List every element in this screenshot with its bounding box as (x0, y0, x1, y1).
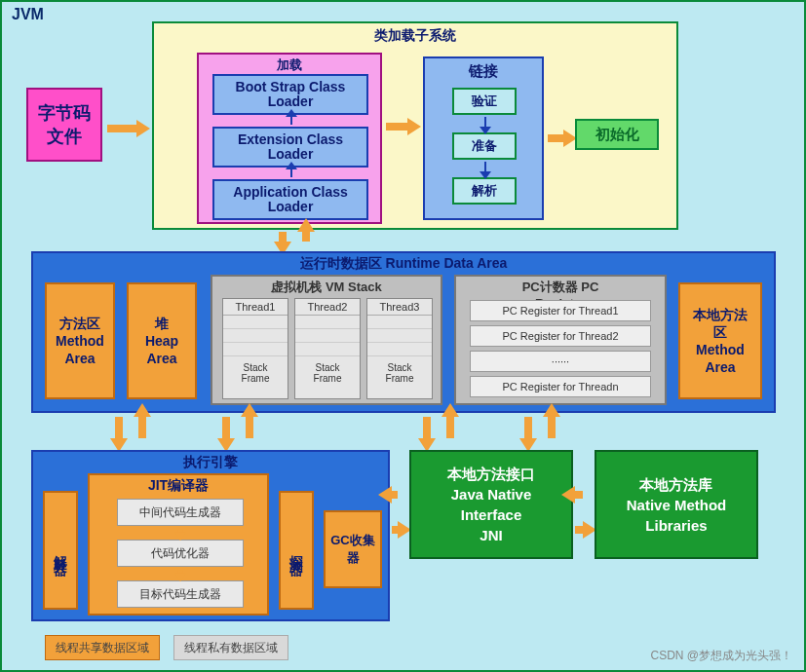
jit-step-2: 代码优化器 (117, 540, 244, 567)
native-method-libraries-label: 本地方法库 Native Method Libraries (627, 474, 727, 536)
execution-engine-title: 执行引擎 (183, 454, 238, 471)
execution-engine: 执行引擎 解释器 JIT编译器 中间代码生成器 代码优化器 目标代码生成器 探测… (31, 450, 390, 621)
bytecode-file-label: 字节码 文件 (38, 101, 91, 148)
bytecode-file-box: 字节码 文件 (26, 88, 102, 162)
initialization-box: 初始化 (575, 119, 659, 150)
watermark: CSDN @梦想成为光头强！ (650, 648, 792, 664)
stack-frame-label-2: Stack Frame (295, 356, 360, 384)
jvm-label: JVM (12, 6, 44, 23)
method-area: 方法区 Method Area (45, 282, 115, 399)
rda-title: 运行时数据区 Runtime Data Area (300, 255, 508, 273)
thread3-label: Thread3 (367, 299, 432, 316)
vm-stack: 虚拟机栈 VM Stack Thread1 Stack Frame Thread… (211, 275, 442, 405)
prepare-step: 准备 (452, 132, 517, 160)
legend-private: 线程私有数据区域 (173, 635, 288, 660)
linking-title: 链接 (425, 62, 542, 81)
pc-row-4: PC Register for Threadn (470, 376, 651, 397)
legend-shared: 线程共享数据区域 (45, 635, 160, 660)
heap-area-label: 堆 Heap Area (145, 315, 178, 368)
heap-area: 堆 Heap Area (127, 282, 197, 399)
interpreter-label: 解释器 (52, 544, 69, 556)
profiler: 探测器 (279, 491, 314, 610)
jit-title: JIT编译器 (90, 475, 267, 495)
verify-step: 验证 (452, 88, 517, 115)
application-loader: Application Class Loader (212, 179, 368, 220)
verify-label: 验证 (472, 93, 497, 110)
arrow-bytecode-to-loader (107, 123, 136, 134)
interpreter: 解释器 (43, 491, 78, 610)
thread-column-1: Thread1 Stack Frame (222, 298, 288, 399)
pc-row-1: PC Register for Thread1 (470, 300, 651, 321)
jvm-container: JVM 字节码 文件 类加载子系统 加载 Boot Strap Class Lo… (0, 0, 806, 672)
loading-title: 加载 (199, 56, 380, 74)
arrow-exec-to-jni (392, 524, 398, 536)
prepare-label: 准备 (472, 137, 497, 155)
native-method-area-label: 本地方法 区 Method Area (693, 306, 748, 377)
native-method-area: 本地方法 区 Method Area (678, 282, 762, 399)
thread2-label: Thread2 (295, 299, 360, 316)
jit-step-3: 目标代码生成器 (117, 580, 244, 608)
jit-compiler: JIT编译器 中间代码生成器 代码优化器 目标代码生成器 (88, 473, 269, 616)
runtime-data-area: 运行时数据区 Runtime Data Area 方法区 Method Area… (31, 251, 776, 413)
thread-column-2: Thread2 Stack Frame (294, 298, 361, 399)
arrow-jni-to-exec (392, 489, 398, 501)
loading-box: 加载 Boot Strap Class Loader Extension Cla… (197, 53, 382, 224)
stack-frame-label-3: Stack Frame (367, 356, 432, 384)
arrow-load-to-link (386, 121, 407, 132)
class-loader-subsystem: 类加载子系统 加载 Boot Strap Class Loader Extens… (152, 21, 678, 230)
native-method-libraries-box: 本地方法库 Native Method Libraries (595, 450, 758, 559)
profiler-label: 探测器 (288, 544, 305, 556)
pc-row-2: PC Register for Thread2 (470, 325, 651, 347)
method-area-label: 方法区 Method Area (56, 315, 104, 368)
bootstrap-loader-label: Boot Strap Class Loader (236, 80, 346, 110)
gc-label: GC收集器 (326, 532, 380, 567)
jni-label: 本地方法接口 Java Native Interface JNI (447, 464, 535, 545)
arrow-nml-to-jni (575, 489, 583, 501)
initialization-label: 初始化 (595, 126, 639, 144)
linking-box: 链接 验证 准备 解析 (423, 56, 544, 220)
stack-frame-label-1: Stack Frame (223, 356, 288, 384)
vm-stack-title: 虚拟机栈 VM Stack (271, 279, 381, 296)
jni-box: 本地方法接口 Java Native Interface JNI (409, 450, 573, 559)
class-loader-title: 类加载子系统 (374, 27, 456, 45)
gc-collector: GC收集器 (324, 510, 382, 588)
application-loader-label: Application Class Loader (233, 185, 347, 215)
resolve-label: 解析 (472, 182, 497, 200)
arrow-jni-to-nml (575, 524, 583, 536)
pc-row-3: ······ (470, 351, 651, 372)
pc-register: PC计数器 PC Register PC Register for Thread… (454, 275, 667, 405)
thread1-label: Thread1 (223, 299, 288, 316)
thread-column-3: Thread3 Stack Frame (366, 298, 433, 399)
arrow-link-to-init (548, 132, 563, 144)
resolve-step: 解析 (452, 177, 517, 205)
extension-loader-label: Extension Class Loader (238, 132, 343, 163)
jit-step-1: 中间代码生成器 (117, 499, 244, 526)
